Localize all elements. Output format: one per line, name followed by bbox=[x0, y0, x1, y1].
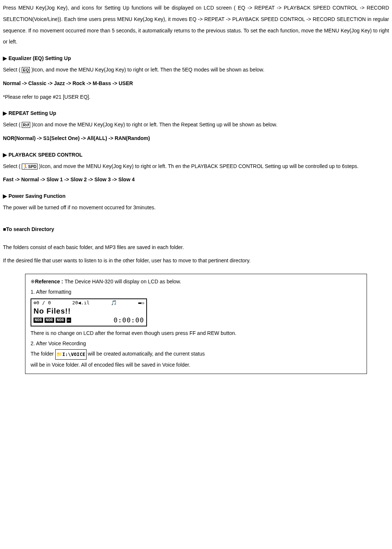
reference-item2-post: will be created automatically, and the c… bbox=[87, 351, 205, 357]
reference-text: The Device HAN-320 will display on LCD a… bbox=[64, 279, 181, 284]
reference-box: ※Reference : The Device HAN-320 will dis… bbox=[25, 274, 367, 374]
eq-icon: EQ bbox=[22, 67, 30, 73]
eq-select-line: Select ( EQ )Icon, and move the MENU Key… bbox=[3, 64, 389, 76]
repeat-modes: NOR(Normal) -> S1(Select One) -> All(ALL… bbox=[3, 133, 389, 144]
lcd-badge-2: NOR bbox=[45, 318, 54, 323]
reference-item2-pre: The folder bbox=[31, 351, 55, 357]
eq-heading: Equalizer (EQ) Setting Up bbox=[3, 53, 389, 64]
repeat-select-pre: Select ( bbox=[3, 122, 22, 127]
speed-heading: PLAYBACK SPEED CONTROL bbox=[3, 149, 389, 161]
reference-label: Reference : bbox=[35, 279, 64, 284]
repeat-select-post: )Icon and move the MENU Key(Jog Key) to … bbox=[30, 122, 277, 127]
lcd-track-indicator: ⊚0 / 0 bbox=[34, 300, 51, 306]
directory-p2: If the desired file that user wants to l… bbox=[3, 255, 389, 266]
reference-item2-line2: will be in Voice folder. All of encoded … bbox=[31, 360, 361, 370]
lcd-badge-1: NOR bbox=[34, 318, 43, 323]
speed-select-post: )Icon, and move the MENU Key(Jog Key) to… bbox=[38, 163, 358, 169]
power-heading: Power Saving Function bbox=[3, 190, 389, 202]
directory-heading-text: To search Directory bbox=[6, 226, 54, 232]
directory-p1: The folders consist of each basic folder… bbox=[3, 242, 389, 253]
speed-modes: Fast -> Normal -> Slow 1 -> Slow 2 -> Sl… bbox=[3, 174, 389, 185]
eq-select-pre: Select ( bbox=[3, 67, 22, 73]
repeat-select-line: Select ( R↺ )Icon and move the MENU Key(… bbox=[3, 119, 389, 130]
directory-heading: To search Directory bbox=[3, 224, 389, 235]
reference-symbol: ※ bbox=[31, 279, 35, 284]
eq-select-post: )Icon, and move the MENU Key(Jog Key) to… bbox=[30, 67, 264, 73]
reference-item2: 2. After Voice Recording bbox=[31, 338, 361, 349]
voice-folder-icon: 📁I:\VOICE bbox=[55, 349, 87, 360]
lcd-time: 0:00:00 bbox=[113, 316, 144, 324]
reference-title: ※Reference : The Device HAN-320 will dis… bbox=[31, 276, 361, 287]
lcd-arrow-badge: ⟵ bbox=[67, 318, 71, 323]
reference-item1-after: There is no change on LCD after the form… bbox=[31, 328, 361, 338]
lcd-volume-indicator: 20◀.ıl bbox=[72, 300, 90, 306]
lcd-bottom-row: NOR NOR NOR ⟵ 0:00:00 bbox=[34, 316, 144, 324]
repeat-icon: R↺ bbox=[22, 122, 30, 128]
reference-item2-line: The folder 📁I:\VOICE will be created aut… bbox=[31, 349, 361, 359]
lcd-battery-icon: ▬▭ bbox=[138, 300, 144, 306]
speed-select-pre: Select ( bbox=[3, 163, 22, 169]
eq-modes: Normal -> Classic -> Jazz -> Rock -> M-B… bbox=[3, 78, 389, 89]
repeat-heading: REPEAT Setting Up bbox=[3, 108, 389, 119]
lcd-top-row: ⊚0 / 0 20◀.ıl 🎵 ▬▭ bbox=[34, 300, 144, 306]
lcd-main-text: No Files!! bbox=[34, 306, 144, 316]
speed-icon: 🏃SPD bbox=[22, 164, 38, 169]
eq-note: *Please refer to page #21 [USER EQ]. bbox=[3, 91, 389, 103]
lcd-display: ⊚0 / 0 20◀.ıl 🎵 ▬▭ No Files!! NOR NOR NO… bbox=[31, 298, 147, 326]
intro-paragraph: Press MENU Key(Jog Key), and icons for S… bbox=[3, 2, 389, 48]
lcd-badge-3: NOR bbox=[56, 318, 65, 323]
lcd-music-icon: 🎵 bbox=[111, 300, 117, 306]
power-text: The power will be turned off if no movem… bbox=[3, 202, 389, 213]
reference-item1: 1. After formatting bbox=[31, 287, 361, 297]
speed-select-line: Select ( 🏃SPD )Icon, and move the MENU K… bbox=[3, 161, 389, 172]
